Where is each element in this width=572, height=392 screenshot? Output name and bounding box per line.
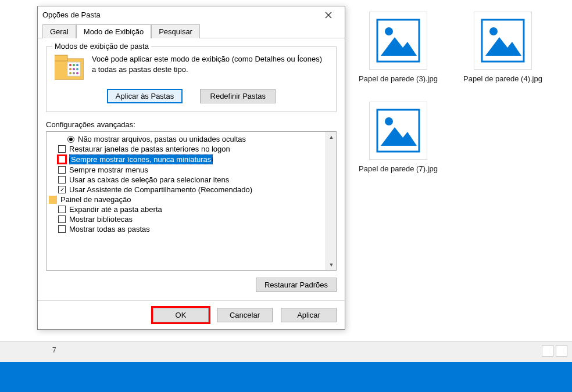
svg-point-18: [73, 68, 75, 70]
svg-point-20: [69, 72, 72, 74]
status-bar: 7: [0, 341, 572, 362]
svg-point-1: [385, 27, 393, 35]
nav-pane-group[interactable]: Painel de navegação: [49, 195, 336, 204]
file-item[interactable]: Papel de parede (4).jpg: [459, 12, 546, 84]
close-button[interactable]: [317, 7, 340, 23]
scrollbar[interactable]: ▲ ▼: [326, 132, 336, 270]
checkbox-icon[interactable]: [58, 186, 66, 193]
folder-small-icon: [49, 196, 57, 204]
svg-point-4: [489, 27, 498, 35]
apply-to-folders-button[interactable]: Aplicar às Pastas: [107, 89, 183, 103]
checkbox-icon[interactable]: [58, 156, 66, 163]
svg-point-21: [73, 72, 75, 74]
dialog-titlebar: Opções de Pasta: [38, 6, 345, 24]
svg-point-19: [76, 68, 78, 70]
svg-point-15: [73, 64, 75, 66]
checkbox-icon[interactable]: [58, 215, 66, 223]
tab-row: Geral Modo de Exibição Pesquisar: [38, 24, 345, 38]
group-label: Modos de exibição de pasta: [52, 42, 151, 51]
folder-icon: [55, 54, 84, 81]
checkbox-icon[interactable]: [58, 145, 66, 153]
svg-point-16: [76, 64, 78, 66]
advanced-settings-list: Não mostrar arquivos, pastas ou unidades…: [46, 131, 337, 271]
svg-marker-8: [381, 127, 417, 146]
svg-rect-12: [55, 55, 67, 61]
file-grid: Papel de parede (3).jpg Papel de parede …: [355, 12, 564, 174]
scroll-up-icon[interactable]: ▲: [326, 132, 337, 142]
item-count: 7: [52, 346, 56, 354]
svg-marker-5: [485, 37, 521, 56]
svg-point-22: [76, 72, 78, 74]
list-item[interactable]: Mostrar todas as pastas: [58, 224, 336, 234]
svg-point-14: [69, 64, 72, 66]
checkbox-icon[interactable]: [58, 166, 66, 174]
checkbox-icon[interactable]: [58, 225, 66, 233]
image-file-icon: [474, 12, 532, 70]
folder-views-description: Você pode aplicar este modo de exibição …: [92, 54, 328, 74]
view-details-icon[interactable]: [542, 345, 553, 357]
svg-point-17: [69, 68, 72, 70]
list-item[interactable]: Usar Assistente de Compartilhamento (Rec…: [58, 185, 336, 195]
view-large-icon[interactable]: [556, 345, 567, 357]
image-file-icon: [369, 102, 427, 160]
svg-point-7: [385, 117, 393, 125]
list-item-selected[interactable]: Sempre mostrar ícones, nunca miniaturas: [58, 154, 336, 165]
tab-general[interactable]: Geral: [42, 24, 76, 38]
file-item[interactable]: Papel de parede (3).jpg: [355, 12, 442, 84]
file-label: Papel de parede (4).jpg: [459, 74, 546, 84]
taskbar: [0, 362, 572, 392]
advanced-settings-label: Configurações avançadas:: [46, 120, 337, 129]
list-item[interactable]: Sempre mostrar menus: [58, 165, 336, 175]
restore-defaults-button[interactable]: Restaurar Padrões: [256, 278, 337, 292]
list-item[interactable]: Não mostrar arquivos, pastas ou unidades…: [67, 134, 336, 144]
ok-button[interactable]: OK: [153, 308, 209, 322]
checkbox-icon[interactable]: [58, 176, 66, 184]
file-label: Papel de parede (3).jpg: [355, 74, 442, 84]
list-item[interactable]: Restaurar janelas de pastas anteriores n…: [58, 144, 336, 154]
checkbox-icon[interactable]: [58, 206, 66, 213]
list-item[interactable]: Mostrar bibliotecas: [58, 214, 336, 224]
list-item[interactable]: Expandir até a pasta aberta: [58, 204, 336, 214]
tab-panel-view: Modos de exibição de pasta Você pode apl…: [38, 38, 345, 300]
folder-views-group: Modos de exibição de pasta Você pode apl…: [46, 46, 337, 112]
close-icon: [325, 12, 332, 19]
file-item[interactable]: Papel de parede (7).jpg: [355, 102, 442, 174]
scroll-down-icon[interactable]: ▼: [326, 260, 337, 270]
tab-view[interactable]: Modo de Exibição: [76, 24, 151, 38]
cancel-button[interactable]: Cancelar: [217, 308, 273, 322]
apply-button[interactable]: Aplicar: [281, 308, 337, 322]
dialog-title-text: Opções de Pasta: [42, 6, 101, 24]
svg-marker-2: [381, 37, 417, 56]
file-label: Papel de parede (7).jpg: [355, 164, 442, 174]
tab-search[interactable]: Pesquisar: [151, 24, 200, 38]
reset-folders-button[interactable]: Redefinir Pastas: [200, 89, 276, 103]
radio-icon[interactable]: [67, 136, 74, 143]
list-item[interactable]: Usar as caixas de seleção para seleciona…: [58, 175, 336, 185]
folder-options-dialog: Opções de Pasta Geral Modo de Exibição P…: [37, 6, 345, 330]
image-file-icon: [369, 12, 427, 70]
dialog-button-row: OK Cancelar Aplicar: [38, 300, 345, 329]
